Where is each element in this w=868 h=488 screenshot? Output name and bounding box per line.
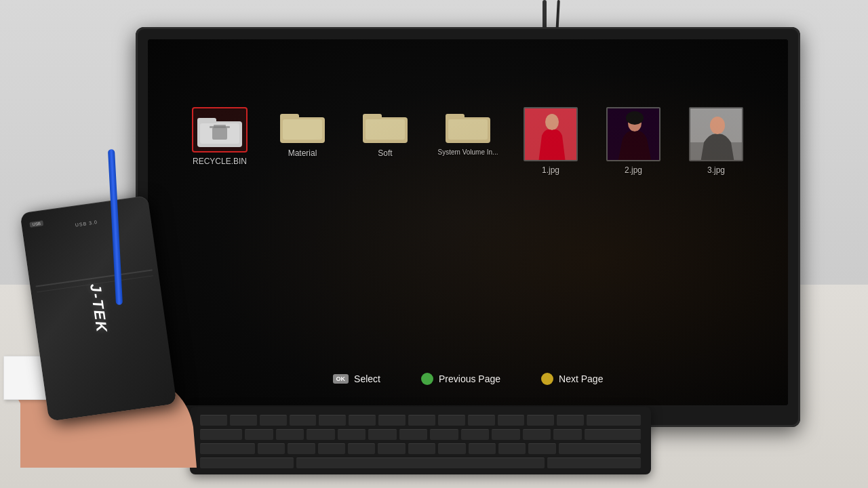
file-label-img3: 3.jpg [707,165,725,175]
key [438,443,465,454]
prev-page-label: Previous Page [439,373,500,384]
keyboard-keys [200,415,641,468]
hand-hdd-area: USB 3.0 J-TEK USB [14,149,244,474]
key [461,429,490,440]
key [528,443,555,454]
key [399,429,428,440]
key [523,429,551,440]
key [276,429,304,440]
key [430,429,458,440]
key [349,415,376,426]
key-row-2 [200,429,641,440]
key [307,429,335,440]
key [527,415,554,426]
thumbnail-img3 [689,107,743,161]
file-label-material: Material [288,148,317,158]
keyboard [190,407,651,474]
green-button-icon [421,373,433,385]
file-item-img1[interactable]: 1.jpg [519,107,582,175]
folder-icon-material [279,107,326,144]
key [338,429,366,440]
key [498,443,526,454]
yellow-button-icon [541,373,553,385]
select-label: Select [354,373,380,384]
thumbnail-img1 [524,107,578,161]
key [348,443,375,454]
next-page-label: Next Page [559,373,603,384]
key [378,443,405,454]
svg-point-19 [626,111,644,125]
key-row-3 [200,443,641,454]
key [288,443,315,454]
thumbnail-img2 [606,107,660,161]
hdd-usb-badge: USB [29,220,43,228]
svg-rect-11 [366,119,405,140]
file-item-system-volume[interactable]: System Volume In... [437,107,499,156]
key [245,429,273,440]
key-row-1 [200,415,641,426]
key [290,415,317,426]
key [585,429,641,440]
control-select: OK Select [333,373,380,384]
key [368,429,397,440]
key [559,443,641,454]
svg-rect-14 [448,119,488,140]
svg-rect-3 [212,127,227,140]
key [547,458,641,468]
file-label-img2: 2.jpg [625,165,642,175]
file-item-soft[interactable]: Soft [354,107,416,158]
file-item-img2[interactable]: 2.jpg [602,107,665,175]
svg-point-22 [710,117,725,134]
folder-icon-recycle [196,111,243,148]
key [258,443,285,454]
key [260,415,287,426]
folder-icon-system-volume [444,107,492,144]
spacebar-key [296,458,545,468]
file-item-img3[interactable]: 3.jpg [685,107,747,175]
key [469,443,496,454]
svg-rect-8 [283,119,322,140]
key [408,415,435,426]
key [557,415,584,426]
file-item-material[interactable]: Material [271,107,334,158]
key [587,415,641,426]
hdd-usb-text: USB 3.0 [75,220,98,228]
key [498,415,525,426]
svg-rect-5 [214,125,226,127]
key [468,415,495,426]
file-label-img1: 1.jpg [542,165,559,175]
control-prev-page: Previous Page [421,373,500,385]
key [438,415,465,426]
key [378,415,406,426]
key [319,415,346,426]
key [318,443,345,454]
file-label-system-volume: System Volume In... [438,148,498,156]
key [408,443,435,454]
file-browser: RECYCLE.BIN Material [189,107,747,175]
ok-button-icon: OK [333,374,349,384]
file-label-soft: Soft [378,148,392,158]
folder-icon-soft [361,107,409,144]
hdd-brand-label: J-TEK [86,283,111,334]
key-row-4 [200,458,641,468]
control-next-page: Next Page [541,373,603,385]
svg-point-16 [545,114,559,130]
key [492,429,520,440]
key [553,429,582,440]
